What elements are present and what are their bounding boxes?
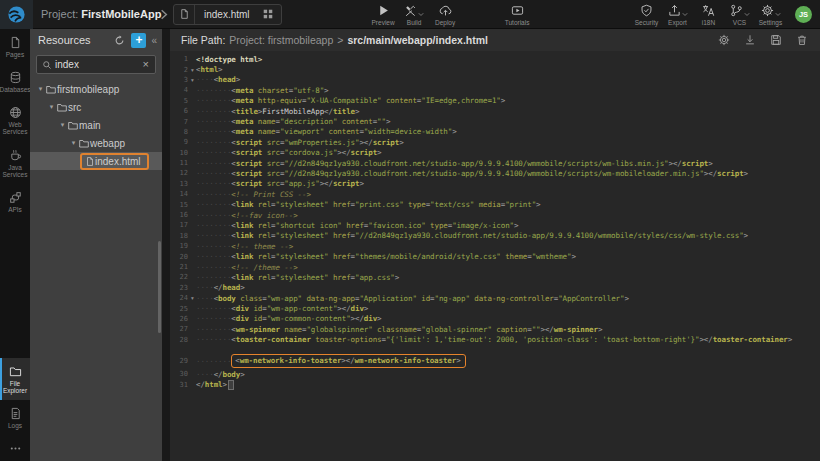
topbar-action-tutorials[interactable]: Tutorials [502,3,533,26]
tab-index-html[interactable]: index.html [173,4,282,25]
search-input[interactable] [55,59,140,70]
code-line-gap [170,345,820,353]
code-line-5[interactable]: 5········<meta http-equiv="X-UA-Compatib… [170,96,820,106]
line-number: 20 [170,253,189,261]
code-line-26[interactable]: 26········<div id="wm-common-content"></… [170,314,820,324]
code-line-15[interactable]: 15········<link rel="stylesheet" href="p… [170,199,820,209]
tree-expander-icon[interactable]: ▾ [47,103,56,111]
code-line-3[interactable]: 3▾····<head> [170,75,820,85]
panel-divider[interactable] [162,29,170,461]
topbar-action-deploy[interactable]: Deploy [430,3,461,26]
delete-trash-icon[interactable] [796,34,808,46]
panel-scrollbar[interactable] [158,241,161,333]
sidebar-item-web-services[interactable]: Web Services [0,99,30,141]
chevron-right-icon [159,8,169,21]
code-line-18[interactable]: 18········<link rel="stylesheet" href="/… [170,231,820,241]
code-line-23[interactable]: 23····</head> [170,283,820,293]
download-download-icon[interactable] [744,34,756,46]
collapse-panel-icon[interactable]: « [151,35,157,46]
code-line-31[interactable]: 31</html> [170,379,820,389]
code-line-1[interactable]: 1<!doctype html> [170,54,820,64]
i18n-icon [702,4,715,17]
line-number: 24 [170,294,189,302]
user-avatar[interactable]: JS [795,6,812,23]
code-line-13[interactable]: 13········<script src="app.js"></script> [170,179,820,189]
folder-icon [56,102,68,113]
code-line-30[interactable]: 30····</body> [170,369,820,379]
code-line-9[interactable]: 9········<script src="wmProperties.js"><… [170,137,820,147]
topbar-action-vcs[interactable]: VCS [724,3,755,26]
code-line-6[interactable]: 6········<title>FirstMobileApp</title> [170,106,820,116]
tree-item-main[interactable]: ▾main [30,116,162,134]
line-number: 11 [170,159,189,167]
databases-icon [9,71,22,84]
add-resource-button[interactable]: + [131,33,146,48]
code-line-20[interactable]: 20········<link rel="stylesheet" href="t… [170,251,820,261]
caret-down-icon [744,12,750,17]
line-number: 26 [170,315,189,323]
security-icon [640,4,653,17]
save-save-icon[interactable] [770,34,782,46]
build-icon [404,4,417,17]
code-editor[interactable]: 1<!doctype html> 2▾<html> 3▾····<head> 4… [170,51,820,461]
topbar-action-settings[interactable]: Settings [755,3,786,26]
sidebar-item-more[interactable] [0,435,30,461]
code-line-19[interactable]: 19········<!-- theme --> [170,241,820,251]
code-line-21[interactable]: 21········<!-- /theme --> [170,262,820,272]
grid-icon[interactable] [262,8,274,20]
line-number: 4 [170,86,189,94]
sidebar-item-pages[interactable]: Pages [0,29,30,64]
topbar-action-preview[interactable]: Preview [368,3,399,26]
settings-icon [761,4,774,17]
refresh-icon[interactable] [114,35,125,46]
code-line-22[interactable]: 22········<link rel="stylesheet" href="a… [170,272,820,282]
code-line-27[interactable]: 27········<wm-spinner name="globalspinne… [170,324,820,334]
clear-search-icon[interactable]: × [143,59,149,70]
topbar-action-security[interactable]: Security [631,3,662,26]
topbar: Project:FirstMobileApp index.html Previe… [0,0,820,29]
tree-expander-icon[interactable]: ▾ [58,121,67,129]
topbar-action-i18n[interactable]: i18N [693,3,724,26]
tree-expander-icon[interactable]: ▾ [69,139,78,147]
code-line-14[interactable]: 14········<!-- Print CSS --> [170,189,820,199]
folder-icon [45,84,57,95]
code-line-8[interactable]: 8········<meta name="viewport" content="… [170,127,820,137]
fold-marker-icon[interactable]: ▾ [189,77,196,83]
settings-gear-icon[interactable] [718,34,730,46]
code-line-11[interactable]: 11········<script src="//d2n849qz1ya930.… [170,158,820,168]
code-line-25[interactable]: 25········<div id="wm-app-content"></div… [170,303,820,313]
caret-down-icon [775,12,781,17]
tree-item-index-html[interactable]: index.html [30,152,162,170]
code-line-7[interactable]: 7········<meta name="description" conten… [170,116,820,126]
code-line-29[interactable]: 29········<wm-network-info-toaster></wm-… [170,353,820,369]
tree-item-firstmobileapp[interactable]: ▾firstmobileapp [30,80,162,98]
tree-expander-icon[interactable]: ▾ [36,85,45,93]
code-line-10[interactable]: 10········<script src="cordova.js"></scr… [170,148,820,158]
resource-search-box[interactable]: × [36,55,156,74]
fold-marker-icon[interactable]: ▾ [189,67,196,73]
sidebar-item-logs[interactable]: Logs [0,400,30,435]
code-line-2[interactable]: 2▾<html> [170,64,820,74]
sidebar-item-databases[interactable]: Databases [0,64,30,99]
code-line-24[interactable]: 24▾····<body class="wm-app" data-ng-app=… [170,293,820,303]
sidebar-item-file-explorer[interactable]: File Explorer [0,358,30,400]
tutorials-icon [511,4,524,17]
line-number: 8 [170,128,189,136]
fold-marker-icon[interactable]: ▾ [189,295,196,301]
code-line-4[interactable]: 4········<meta charset="utf-8"> [170,85,820,95]
java-services-icon [9,149,22,162]
code-line-28[interactable]: 28········<toaster-container toaster-opt… [170,335,820,345]
line-number: 21 [170,263,189,271]
topbar-action-build[interactable]: Build [399,3,430,26]
code-line-12[interactable]: 12········<script src="//d2n849qz1ya930.… [170,168,820,178]
tree-item-src[interactable]: ▾src [30,98,162,116]
search-icon [42,60,52,70]
code-line-16[interactable]: 16········<!--fav icon--> [170,210,820,220]
project-name: FirstMobileApp [81,8,161,20]
wavemaker-logo[interactable] [0,0,33,29]
sidebar-item-apis[interactable]: APIs [0,184,30,219]
sidebar-item-java-services[interactable]: Java Services [0,142,30,184]
code-line-17[interactable]: 17········<link rel="shortcut icon" href… [170,220,820,230]
topbar-action-export[interactable]: Export [662,3,693,26]
tree-item-webapp[interactable]: ▾webapp [30,134,162,152]
